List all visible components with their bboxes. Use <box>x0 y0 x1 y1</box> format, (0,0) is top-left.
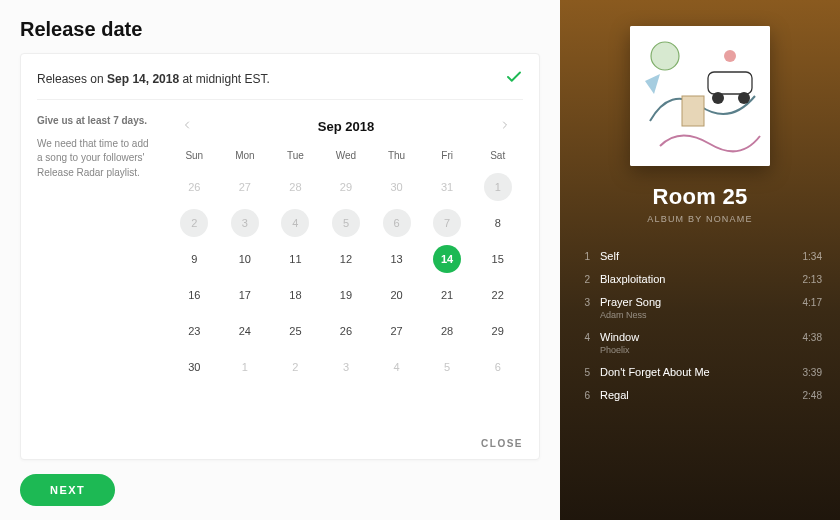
album-subtitle: ALBUM BY NONAME <box>647 214 752 224</box>
dow-label: Wed <box>321 144 372 169</box>
calendar-day[interactable]: 30 <box>180 353 208 381</box>
track-name: Blaxploitation <box>600 273 793 285</box>
track-name: Don't Forget About Me <box>600 366 793 378</box>
next-month-button[interactable] <box>493 114 517 138</box>
calendar-day: 6 <box>383 209 411 237</box>
calendar: Sep 2018 SunMonTueWedThuFriSat 262728293… <box>169 114 523 427</box>
track-row[interactable]: 1Self1:34 <box>578 250 822 262</box>
calendar-day: 28 <box>281 173 309 201</box>
track-name: Prayer Song <box>600 296 793 308</box>
track-duration: 4:17 <box>803 297 822 308</box>
calendar-day: 27 <box>231 173 259 201</box>
track-name: Self <box>600 250 793 262</box>
calendar-day: 3 <box>332 353 360 381</box>
page-title: Release date <box>20 18 540 41</box>
calendar-card: Releases on Sep 14, 2018 at midnight EST… <box>20 53 540 460</box>
close-button[interactable]: CLOSE <box>481 438 523 449</box>
album-art <box>630 26 770 166</box>
calendar-day[interactable]: 19 <box>332 281 360 309</box>
release-suffix: at midnight EST. <box>179 72 270 86</box>
next-button[interactable]: NEXT <box>20 474 115 506</box>
track-list: 1Self1:342Blaxploitation2:133Prayer Song… <box>578 250 822 401</box>
hint-title: Give us at least 7 days. <box>37 114 155 129</box>
calendar-day[interactable]: 8 <box>484 209 512 237</box>
hint-body: We need that time to add a song to your … <box>37 137 155 181</box>
svg-point-3 <box>712 92 724 104</box>
track-number: 4 <box>578 332 590 343</box>
track-row[interactable]: 6Regal2:48 <box>578 389 822 401</box>
album-preview-panel: Room 25 ALBUM BY NONAME 1Self1:342Blaxpl… <box>560 0 840 520</box>
hint-panel: Give us at least 7 days. We need that ti… <box>37 114 155 427</box>
track-row[interactable]: 3Prayer SongAdam Ness4:17 <box>578 296 822 320</box>
calendar-day[interactable]: 16 <box>180 281 208 309</box>
calendar-day[interactable]: 24 <box>231 317 259 345</box>
calendar-day: 5 <box>332 209 360 237</box>
calendar-day[interactable]: 17 <box>231 281 259 309</box>
svg-rect-2 <box>708 72 752 94</box>
track-duration: 2:48 <box>803 390 822 401</box>
calendar-day: 5 <box>433 353 461 381</box>
calendar-day[interactable]: 18 <box>281 281 309 309</box>
calendar-day: 7 <box>433 209 461 237</box>
calendar-day: 1 <box>484 173 512 201</box>
track-row[interactable]: 5Don't Forget About Me3:39 <box>578 366 822 378</box>
calendar-day[interactable]: 28 <box>433 317 461 345</box>
calendar-day[interactable]: 9 <box>180 245 208 273</box>
svg-point-6 <box>724 50 736 62</box>
track-artist: Adam Ness <box>600 310 793 320</box>
svg-point-1 <box>651 42 679 70</box>
calendar-day: 2 <box>180 209 208 237</box>
release-summary-row: Releases on Sep 14, 2018 at midnight EST… <box>37 68 523 100</box>
dow-label: Fri <box>422 144 473 169</box>
track-number: 1 <box>578 251 590 262</box>
calendar-day: 29 <box>332 173 360 201</box>
calendar-day[interactable]: 22 <box>484 281 512 309</box>
calendar-day[interactable]: 26 <box>332 317 360 345</box>
track-row[interactable]: 4WindowPhoelix4:38 <box>578 331 822 355</box>
calendar-day: 4 <box>281 209 309 237</box>
check-icon <box>505 68 523 89</box>
dow-label: Thu <box>371 144 422 169</box>
calendar-day[interactable]: 14 <box>433 245 461 273</box>
track-name: Regal <box>600 389 793 401</box>
calendar-day: 1 <box>231 353 259 381</box>
track-duration: 4:38 <box>803 332 822 343</box>
calendar-day[interactable]: 23 <box>180 317 208 345</box>
release-prefix: Releases on <box>37 72 107 86</box>
release-date-value: Sep 14, 2018 <box>107 72 179 86</box>
prev-month-button[interactable] <box>175 114 199 138</box>
release-date-panel: Release date Releases on Sep 14, 2018 at… <box>0 0 560 520</box>
track-number: 6 <box>578 390 590 401</box>
track-duration: 3:39 <box>803 367 822 378</box>
track-duration: 1:34 <box>803 251 822 262</box>
calendar-day: 30 <box>383 173 411 201</box>
album-title: Room 25 <box>652 184 747 210</box>
svg-point-4 <box>738 92 750 104</box>
release-summary-text: Releases on Sep 14, 2018 at midnight EST… <box>37 72 270 86</box>
calendar-day[interactable]: 25 <box>281 317 309 345</box>
calendar-day[interactable]: 11 <box>281 245 309 273</box>
calendar-day[interactable]: 10 <box>231 245 259 273</box>
track-name: Window <box>600 331 793 343</box>
track-number: 3 <box>578 297 590 308</box>
dow-label: Tue <box>270 144 321 169</box>
calendar-day[interactable]: 20 <box>383 281 411 309</box>
dow-label: Mon <box>220 144 271 169</box>
calendar-day[interactable]: 21 <box>433 281 461 309</box>
calendar-day: 31 <box>433 173 461 201</box>
calendar-day[interactable]: 12 <box>332 245 360 273</box>
calendar-day[interactable]: 27 <box>383 317 411 345</box>
calendar-day: 4 <box>383 353 411 381</box>
calendar-day[interactable]: 15 <box>484 245 512 273</box>
calendar-day[interactable]: 29 <box>484 317 512 345</box>
track-row[interactable]: 2Blaxploitation2:13 <box>578 273 822 285</box>
track-number: 5 <box>578 367 590 378</box>
track-artist: Phoelix <box>600 345 793 355</box>
calendar-day: 2 <box>281 353 309 381</box>
calendar-day: 3 <box>231 209 259 237</box>
svg-rect-5 <box>682 96 704 126</box>
track-duration: 2:13 <box>803 274 822 285</box>
calendar-day[interactable]: 13 <box>383 245 411 273</box>
dow-label: Sat <box>472 144 523 169</box>
dow-label: Sun <box>169 144 220 169</box>
